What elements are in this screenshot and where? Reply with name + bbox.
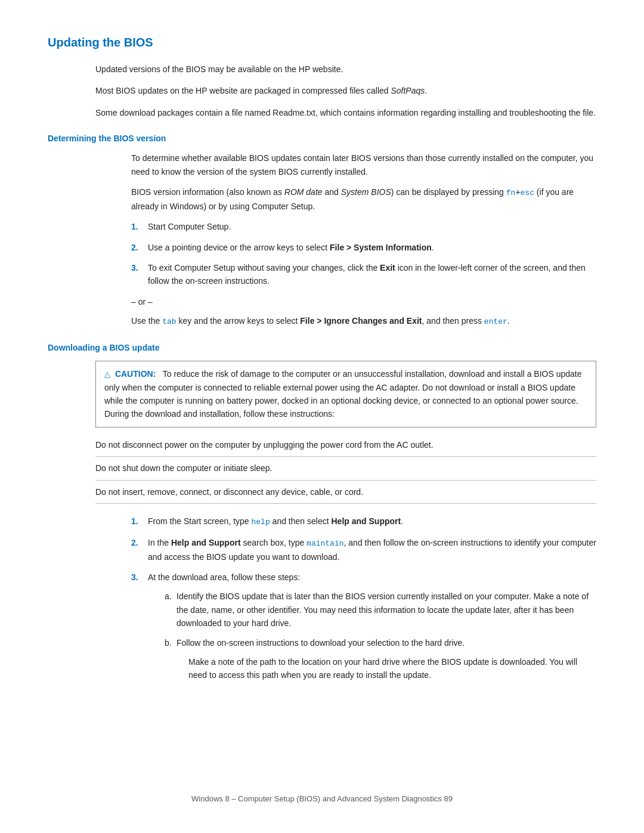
footer-text: Windows 8 – Computer Setup (BIOS) and Ad… <box>191 794 453 803</box>
downloading-steps-list: 1. From the Start screen, type help and … <box>131 515 596 682</box>
dl-step-num-2: 2. <box>131 536 138 549</box>
sub-step-b-sub-para: Make a note of the path to the location … <box>177 655 596 682</box>
dl-step-num-1: 1. <box>131 515 138 528</box>
caution-triangle-icon: △ <box>104 368 110 381</box>
or-line: – or – <box>131 295 596 308</box>
step-1-text: Start Computer Setup. <box>148 222 231 231</box>
dl-step-3: 3. At the download area, follow these st… <box>131 571 596 682</box>
tab-code: tab <box>162 317 176 326</box>
dl-step-2-text: In the Help and Support search box, type… <box>148 538 596 562</box>
sub-steps-list: a. Identify the BIOS update that is late… <box>165 590 596 682</box>
softpaqs-italic: SoftPaqs <box>391 86 425 95</box>
step-2-text: Use a pointing device or the arrow keys … <box>148 243 434 252</box>
intro-para-2: Most BIOS updates on the HP website are … <box>95 84 596 97</box>
sub-step-b-text: Follow the on-screen instructions to dow… <box>177 638 465 648</box>
plain-para-1: Do not disconnect power on the computer … <box>95 438 596 457</box>
dl-step-2: 2. In the Help and Support search box, t… <box>131 536 596 563</box>
sub-step-alpha-b: b. <box>165 636 172 649</box>
help-code: help <box>252 518 270 527</box>
page-footer: Windows 8 – Computer Setup (BIOS) and Ad… <box>0 794 644 803</box>
enter-code: enter <box>484 317 507 326</box>
step-num-3: 3. <box>131 261 138 274</box>
step-num-1: 1. <box>131 220 138 233</box>
determining-steps-list: 1. Start Computer Setup. 2. Use a pointi… <box>131 220 596 288</box>
intro-para-1: Updated versions of the BIOS may be avai… <box>95 63 596 76</box>
caution-text: To reduce the risk of damage to the comp… <box>104 369 582 419</box>
dl-step-1-text: From the Start screen, type help and the… <box>148 516 403 526</box>
maintain-code: maintain <box>306 539 343 548</box>
use-tab-para: Use the tab key and the arrow keys to se… <box>131 314 596 329</box>
esc-code: esc <box>521 188 534 197</box>
dl-step-3-text: At the download area, follow these steps… <box>148 572 300 582</box>
plain-para-3: Do not insert, remove, connect, or disco… <box>95 485 596 504</box>
sub-step-a-text: Identify the BIOS update that is later t… <box>177 592 589 628</box>
caution-box: △ CAUTION: To reduce the risk of damage … <box>95 361 596 428</box>
file-system-info-bold: File > System Information <box>330 243 432 252</box>
determining-para-1: To determine whether available BIOS upda… <box>131 151 596 178</box>
dl-step-num-3: 3. <box>131 571 138 584</box>
caution-label: CAUTION: <box>115 369 156 379</box>
determining-step-1: 1. Start Computer Setup. <box>131 220 596 233</box>
determining-para-2: BIOS version information (also known as … <box>131 185 596 213</box>
determining-step-3: 3. To exit Computer Setup without saving… <box>131 261 596 288</box>
help-support-bold-2: Help and Support <box>171 538 241 547</box>
downloading-heading: Downloading a BIOS update <box>48 343 596 352</box>
sub-step-alpha-a: a. <box>165 590 172 603</box>
page-title: Updating the BIOS <box>48 36 596 49</box>
sub-step-a: a. Identify the BIOS update that is late… <box>165 590 596 630</box>
exit-bold: Exit <box>380 263 395 272</box>
step-num-2: 2. <box>131 241 138 254</box>
help-support-bold: Help and Support <box>331 516 401 526</box>
fn-code: fn <box>506 188 516 197</box>
step-3-text: To exit Computer Setup without saving yo… <box>148 263 586 286</box>
dl-step-1: 1. From the Start screen, type help and … <box>131 515 596 529</box>
intro-para-3: Some download packages contain a file na… <box>95 106 596 119</box>
system-bios-italic: System BIOS <box>341 187 391 197</box>
determining-heading: Determining the BIOS version <box>48 134 596 143</box>
ignore-changes-bold: File > Ignore Changes and Exit <box>300 316 422 326</box>
determining-step-2: 2. Use a pointing device or the arrow ke… <box>131 241 596 254</box>
plain-para-2: Do not shut down the computer or initiat… <box>95 462 596 480</box>
rom-date-italic: ROM date <box>284 187 323 197</box>
sub-step-b: b. Follow the on-screen instructions to … <box>165 636 596 682</box>
downloading-section: Downloading a BIOS update △ CAUTION: To … <box>48 343 596 682</box>
